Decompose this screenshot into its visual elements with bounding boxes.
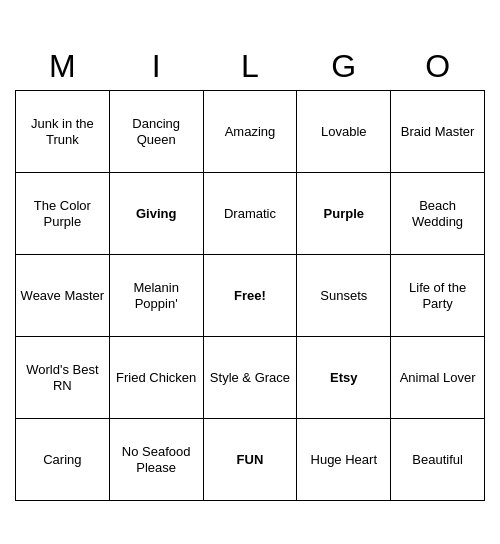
bingo-cell-4-2: FUN	[203, 419, 297, 501]
bingo-card: MILGO Junk in the TrunkDancing QueenAmaz…	[15, 43, 485, 502]
cell-text-4-1: No Seafood Please	[122, 444, 191, 475]
cell-text-0-1: Dancing Queen	[132, 116, 180, 147]
bingo-cell-4-0: Caring	[16, 419, 110, 501]
bingo-header-i: I	[109, 43, 203, 91]
cell-text-4-2: FUN	[237, 452, 264, 467]
bingo-cell-1-0: The Color Purple	[16, 173, 110, 255]
cell-text-3-4: Animal Lover	[400, 370, 476, 385]
bingo-cell-3-3: Etsy	[297, 337, 391, 419]
cell-text-3-3: Etsy	[330, 370, 357, 385]
bingo-cell-0-0: Junk in the Trunk	[16, 91, 110, 173]
bingo-row-4: CaringNo Seafood PleaseFUNHuge HeartBeau…	[16, 419, 485, 501]
cell-text-3-2: Style & Grace	[210, 370, 290, 385]
bingo-header-g: G	[297, 43, 391, 91]
bingo-cell-3-1: Fried Chicken	[109, 337, 203, 419]
bingo-row-3: World's Best RNFried ChickenStyle & Grac…	[16, 337, 485, 419]
bingo-cell-4-1: No Seafood Please	[109, 419, 203, 501]
cell-text-2-2: Free!	[234, 288, 266, 303]
bingo-cell-2-2: Free!	[203, 255, 297, 337]
bingo-row-0: Junk in the TrunkDancing QueenAmazingLov…	[16, 91, 485, 173]
cell-text-0-2: Amazing	[225, 124, 276, 139]
cell-text-1-2: Dramatic	[224, 206, 276, 221]
cell-text-1-1: Giving	[136, 206, 176, 221]
cell-text-0-4: Braid Master	[401, 124, 475, 139]
bingo-cell-3-0: World's Best RN	[16, 337, 110, 419]
cell-text-3-1: Fried Chicken	[116, 370, 196, 385]
cell-text-0-3: Lovable	[321, 124, 367, 139]
bingo-cell-0-4: Braid Master	[391, 91, 485, 173]
cell-text-4-0: Caring	[43, 452, 81, 467]
cell-text-2-0: Weave Master	[21, 288, 105, 303]
cell-text-2-4: Life of the Party	[409, 280, 466, 311]
bingo-cell-0-1: Dancing Queen	[109, 91, 203, 173]
bingo-cell-1-4: Beach Wedding	[391, 173, 485, 255]
bingo-cell-4-4: Beautiful	[391, 419, 485, 501]
bingo-row-2: Weave MasterMelanin Poppin'Free!SunsetsL…	[16, 255, 485, 337]
bingo-cell-3-2: Style & Grace	[203, 337, 297, 419]
bingo-row-1: The Color PurpleGivingDramaticPurpleBeac…	[16, 173, 485, 255]
cell-text-2-1: Melanin Poppin'	[133, 280, 179, 311]
bingo-cell-2-1: Melanin Poppin'	[109, 255, 203, 337]
cell-text-2-3: Sunsets	[320, 288, 367, 303]
cell-text-4-3: Huge Heart	[311, 452, 377, 467]
bingo-cell-4-3: Huge Heart	[297, 419, 391, 501]
bingo-header-o: O	[391, 43, 485, 91]
bingo-cell-1-3: Purple	[297, 173, 391, 255]
cell-text-0-0: Junk in the Trunk	[31, 116, 94, 147]
bingo-cell-2-0: Weave Master	[16, 255, 110, 337]
bingo-cell-2-4: Life of the Party	[391, 255, 485, 337]
bingo-cell-3-4: Animal Lover	[391, 337, 485, 419]
bingo-header-m: M	[16, 43, 110, 91]
bingo-cell-0-3: Lovable	[297, 91, 391, 173]
cell-text-1-4: Beach Wedding	[412, 198, 463, 229]
bingo-cell-1-2: Dramatic	[203, 173, 297, 255]
cell-text-1-3: Purple	[324, 206, 364, 221]
cell-text-4-4: Beautiful	[412, 452, 463, 467]
cell-text-3-0: World's Best RN	[26, 362, 98, 393]
bingo-cell-0-2: Amazing	[203, 91, 297, 173]
bingo-cell-2-3: Sunsets	[297, 255, 391, 337]
bingo-header-l: L	[203, 43, 297, 91]
cell-text-1-0: The Color Purple	[34, 198, 91, 229]
bingo-cell-1-1: Giving	[109, 173, 203, 255]
